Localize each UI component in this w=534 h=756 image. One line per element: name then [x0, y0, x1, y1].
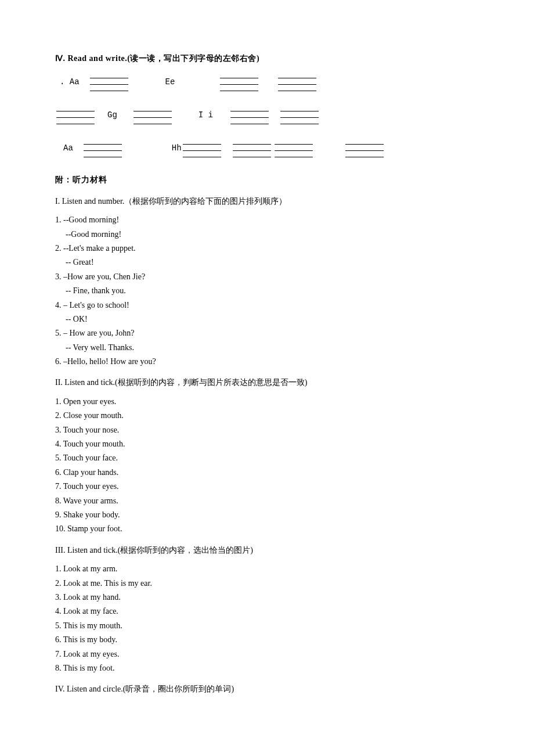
blank-cell [345, 138, 384, 157]
s1-q6: 6. –Hello, hello! How are you? [55, 355, 479, 368]
s3-heading: III. Listen and tick.(根据你听到的内容，选出恰当的图片) [55, 544, 479, 557]
attach-title: 附：听力材料 [55, 174, 479, 186]
row2-mid2: I i [199, 109, 213, 121]
list-item: 9. Shake your body. [55, 509, 479, 521]
list-item: 5. This is my mouth. [55, 620, 479, 632]
s3-list: 1. Look at my arm.2. Look at me. This is… [55, 563, 479, 675]
s4-heading: IV. Listen and circle.(听录音，圈出你所听到的单词) [55, 683, 479, 696]
s1-q5b: -- Very well. Thanks. [55, 341, 479, 354]
list-item: 8. Wave your arms. [55, 495, 479, 507]
s1-q2b: -- Great! [55, 256, 479, 269]
list-item: 5. Touch your face. [55, 452, 479, 465]
writing-row-3: Aa Hh [55, 138, 479, 157]
list-item: 7. Touch your eyes. [55, 480, 479, 493]
s1-q4b: -- OK! [55, 313, 479, 326]
list-item: 1. Open your eyes. [55, 395, 479, 408]
s1-q1a: 1. --Good morning! [55, 214, 479, 226]
list-item: 2. Look at me. This is my ear. [55, 577, 479, 590]
list-item: 2. Close your mouth. [55, 409, 479, 422]
blank-cell [230, 105, 269, 124]
row1-mid: Ee [165, 75, 175, 88]
list-item: 6. Clap your hands. [55, 466, 479, 479]
s2-heading: II. Listen and tick.(根据听到的内容，判断与图片所表达的意思… [55, 376, 479, 389]
list-item: 10. Stamp your foot. [55, 523, 479, 535]
list-item: 4. Touch your mouth. [55, 438, 479, 451]
s1-q1b: --Good morning! [55, 228, 479, 241]
writing-row-1: . Aa Ee [55, 72, 479, 91]
s1-q5a: 5. – How are you, John? [55, 327, 479, 340]
blank-cell [134, 105, 172, 124]
list-item: 8. This is my foot. [55, 662, 479, 675]
blank-cell [183, 138, 221, 157]
blank-cell [280, 105, 319, 124]
blank-cell [278, 72, 316, 91]
blank-cell [84, 138, 122, 157]
row1-label1: . Aa [60, 75, 80, 88]
s1-q3a: 3. –How are you, Chen Jie? [55, 271, 479, 283]
writing-row-2: Gg I i [55, 105, 479, 124]
writing-grid: . Aa Ee Gg I i Aa Hh [55, 72, 479, 157]
row3-mid: Hh [172, 142, 182, 154]
list-item: 3. Touch your nose. [55, 424, 479, 437]
row2-mid1: Gg [107, 109, 117, 121]
list-item: 6. This is my body. [55, 633, 479, 646]
list-item: 7. Look at my eyes. [55, 648, 479, 661]
s1-q2a: 2. --Let's make a puppet. [55, 242, 479, 255]
list-item: 3. Look at my hand. [55, 591, 479, 604]
list-item: 4. Look at my face. [55, 605, 479, 618]
blank-cell [90, 72, 128, 91]
list-item: 1. Look at my arm. [55, 563, 479, 575]
section4-title: Ⅳ. Read and write.(读一读，写出下列字母的左邻右舍) [55, 52, 479, 65]
blank-cell [275, 138, 313, 157]
s2-list: 1. Open your eyes.2. Close your mouth.3.… [55, 395, 479, 536]
blank-cell [220, 72, 258, 91]
s1-q4a: 4. – Let's go to school! [55, 299, 479, 312]
row3-label1: Aa [63, 142, 73, 154]
blank-cell [233, 138, 271, 157]
s1-heading: I. Listen and number.（根据你听到的内容给下面的图片排列顺序… [55, 195, 479, 208]
s1-q3b: -- Fine, thank you. [55, 285, 479, 297]
blank-cell [56, 105, 95, 124]
